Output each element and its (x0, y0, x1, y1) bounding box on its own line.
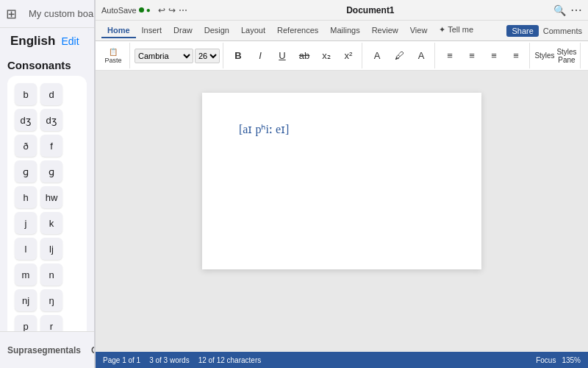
align-right[interactable]: ≡ (484, 46, 504, 66)
board-icon: ⊞ (6, 5, 17, 23)
search-icon[interactable]: 🔍 (553, 4, 566, 16)
tab-home[interactable]: Home (101, 24, 136, 38)
autosave-status: ● (146, 6, 151, 14)
clipboard-group: 📋 Paste (100, 43, 130, 68)
consonants-grid: b d dʒ dʒ ð f ɡ ɡ h hw j k l lj m n nj ŋ… (7, 76, 87, 331)
tab-layout[interactable]: Layout (235, 24, 271, 38)
key-l[interactable]: l (15, 238, 37, 260)
paste-label: Paste (104, 57, 121, 64)
font-select-group: Cambria 26 (135, 43, 223, 68)
font-color-button[interactable]: A (367, 46, 387, 66)
word-statusbar: Page 1 of 1 3 of 3 words 12 of 12 charac… (96, 352, 588, 368)
autosave-label: AutoSave (101, 6, 137, 15)
section-title: English (10, 34, 55, 49)
font-name-select[interactable]: Cambria (135, 49, 193, 63)
key-b[interactable]: b (15, 83, 37, 105)
italic-button[interactable]: I (250, 46, 270, 66)
keyboard-scroll-area[interactable]: Consonants b d dʒ dʒ ð f ɡ ɡ h hw j k l … (0, 52, 94, 331)
status-right-group: Focus 135% (536, 356, 581, 364)
board-tabs-nav: ⊞ My custom board Full IPA Australian Ca… (0, 0, 94, 28)
key-j[interactable]: j (15, 212, 37, 234)
autosave-dot (139, 7, 144, 13)
key-nj[interactable]: nj (15, 289, 37, 311)
word-nav-icons: ↩ ↪ ⋯ (158, 5, 187, 15)
key-p[interactable]: p (15, 315, 37, 331)
tab-draw[interactable]: Draw (168, 24, 198, 38)
styles-pane-button[interactable]: Styles Pane (556, 46, 577, 66)
ribbon-toolbar: 📋 Paste Cambria 26 B I U ab x₂ x² A 🖊 A (96, 41, 588, 71)
align-left[interactable]: ≡ (440, 46, 460, 66)
word-titlebar: AutoSave ● ↩ ↪ ⋯ Document1 🔍 ⋯ (96, 0, 588, 21)
suprasegmentals-label: Suprasegmentals (7, 345, 81, 355)
autosave-indicator: AutoSave ● (101, 6, 151, 15)
key-m[interactable]: m (15, 263, 37, 286)
ribbon-tabs: Home Insert Draw Design Layout Reference… (96, 21, 588, 41)
tab-view[interactable]: View (404, 24, 434, 38)
paragraph-group: ≡ ≡ ≡ ≡ (440, 43, 530, 68)
tab-mailings[interactable]: Mailings (324, 24, 365, 38)
key-hw1[interactable]: hw (40, 186, 62, 208)
highlight-button[interactable]: 🖊 (389, 46, 409, 66)
focus-button[interactable]: Focus (536, 356, 556, 364)
tab-review[interactable]: Review (366, 24, 404, 38)
key-h[interactable]: h (15, 186, 37, 208)
ribbon-share-area: Share Comments (506, 25, 582, 37)
key-ɡ2[interactable]: ɡ (40, 160, 62, 183)
key-n[interactable]: n (40, 263, 62, 286)
key-f[interactable]: f (40, 135, 62, 157)
justify[interactable]: ≡ (506, 46, 526, 66)
key-ŋ[interactable]: ŋ (40, 289, 62, 311)
document-text: [aɪ pʰiː eɪ] (239, 122, 445, 136)
consonants-label: Consonants (7, 59, 87, 71)
font-format-group: B I U ab x₂ x² (228, 43, 362, 68)
redo-icon[interactable]: ↪ (168, 5, 176, 15)
styles-group: Styles Styles Pane (534, 43, 581, 68)
document-page: [aɪ pʰiː eɪ] (202, 93, 481, 269)
key-d[interactable]: d (40, 83, 62, 105)
document-canvas: [aɪ pʰiː eɪ] (96, 71, 588, 352)
text-color-group: A 🖊 A (367, 43, 435, 68)
strikethrough-button[interactable]: ab (294, 46, 315, 66)
kebab-icon[interactable]: ⋯ (570, 3, 582, 17)
key-ð[interactable]: ð (15, 135, 37, 157)
ipa-keyboard-panel: ⊞ My custom board Full IPA Australian Ca… (0, 0, 94, 368)
bottom-input-bar: Suprasegmentals Other ✕ ⧉ (0, 331, 94, 368)
subscript-button[interactable]: x₂ (316, 46, 337, 66)
shading-button[interactable]: A (411, 46, 431, 66)
underline-button[interactable]: U (272, 46, 293, 66)
word-document-panel: AutoSave ● ↩ ↪ ⋯ Document1 🔍 ⋯ Home Inse… (96, 0, 588, 368)
key-lj[interactable]: lj (40, 238, 62, 260)
tab-tell-me[interactable]: ✦ Tell me (433, 23, 479, 38)
char-count-label: 12 of 12 characters (198, 356, 262, 364)
key-ɡ1[interactable]: ɡ (15, 160, 37, 183)
undo-icon[interactable]: ↩ (158, 5, 165, 15)
tab-insert[interactable]: Insert (136, 24, 168, 38)
tab-references[interactable]: References (271, 24, 324, 38)
comments-button[interactable]: Comments (543, 25, 582, 37)
page-info: Page 1 of 1 (103, 356, 140, 364)
section-header: English Edit (0, 28, 94, 52)
font-size-select[interactable]: 26 (195, 49, 220, 63)
word-count-label: 3 of 3 words (149, 356, 189, 364)
tab-my-custom-board[interactable]: My custom board (21, 5, 94, 22)
styles-gallery-button[interactable]: Styles (534, 46, 555, 66)
document-title: Document1 (187, 5, 553, 15)
key-dʒ2[interactable]: dʒ (40, 109, 62, 131)
zoom-level[interactable]: 135% (562, 356, 581, 364)
char-count: 12 of 12 characters (198, 356, 262, 364)
key-dʒ1[interactable]: dʒ (15, 109, 37, 131)
tab-design[interactable]: Design (198, 24, 235, 38)
superscript-button[interactable]: x² (338, 46, 359, 66)
key-k[interactable]: k (40, 212, 62, 234)
word-count: 3 of 3 words (149, 356, 189, 364)
more-icon[interactable]: ⋯ (179, 5, 187, 15)
edit-button[interactable]: Edit (57, 34, 83, 49)
page-count: Page 1 of 1 (103, 356, 140, 364)
paste-button[interactable]: 📋 Paste (100, 46, 126, 66)
paste-icon: 📋 (109, 48, 118, 56)
share-button[interactable]: Share (506, 25, 538, 37)
align-center[interactable]: ≡ (462, 46, 482, 66)
key-r[interactable]: r (40, 315, 62, 331)
bold-button[interactable]: B (228, 46, 248, 66)
